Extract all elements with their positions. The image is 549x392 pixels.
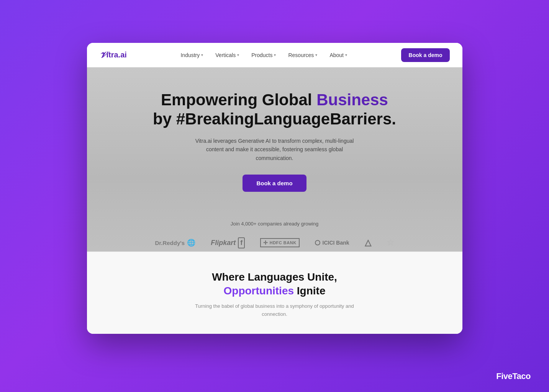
- company-logos-row: Dr.Reddy's 🌐 Flipkart f ✛ HDFC BANK ICIC…: [139, 237, 409, 248]
- nav-item-resources[interactable]: Resources ▾: [284, 49, 322, 61]
- hdfc-cross-icon: ✛: [263, 240, 268, 246]
- navbar-book-demo-button[interactable]: Book a demo: [401, 48, 450, 62]
- chevron-down-icon: ▾: [315, 53, 317, 57]
- companies-label: Join 4,000+ companies already growing: [231, 221, 318, 227]
- company-logo-star: ☆: [387, 238, 394, 248]
- hdfc-text: HDFC BANK: [270, 240, 297, 245]
- company-logo-flipkart: Flipkart f: [211, 237, 245, 248]
- hero-book-demo-button[interactable]: Book a demo: [243, 175, 306, 192]
- nav-about-label: About: [329, 52, 344, 58]
- company-logo-dreddys: Dr.Reddy's 🌐: [155, 238, 195, 247]
- logo[interactable]: 𝒱 itra.ai: [99, 50, 127, 60]
- second-title-line1: Where Languages Unite,: [212, 271, 337, 283]
- dreddys-icon: 🌐: [187, 238, 195, 247]
- chevron-down-icon: ▾: [201, 53, 203, 57]
- nav-item-products[interactable]: Products ▾: [247, 49, 280, 61]
- second-title-highlight: Opportunities: [224, 285, 294, 297]
- icici-circle-icon: [315, 240, 320, 245]
- dreddys-text: Dr.Reddy's: [155, 240, 185, 246]
- nav-item-about[interactable]: About ▾: [325, 49, 352, 61]
- hero-cta-secondary-text: [236, 196, 313, 203]
- chevron-down-icon: ▾: [345, 53, 347, 57]
- second-section-subtitle: Turning the babel of global business int…: [194, 302, 355, 318]
- nav-products-label: Products: [251, 52, 272, 58]
- arista-triangle-icon: △: [365, 238, 371, 248]
- hero-section: Empowering Global Business by #BreakingL…: [87, 67, 462, 252]
- second-section: Where Languages Unite, Opportunities Ign…: [87, 252, 462, 334]
- nav-item-verticals[interactable]: Verticals ▾: [211, 49, 244, 61]
- nav-resources-label: Resources: [288, 52, 314, 58]
- second-section-title: Where Languages Unite, Opportunities Ign…: [99, 270, 450, 298]
- logo-v-letter: 𝒱: [99, 50, 105, 60]
- nav-links: Industry ▾ Verticals ▾ Products ▾ Resour…: [176, 49, 352, 61]
- chevron-down-icon: ▾: [274, 53, 276, 57]
- hero-subtitle: Vitra.ai leverages Generative AI to tran…: [194, 137, 355, 162]
- nav-item-industry[interactable]: Industry ▾: [176, 49, 208, 61]
- hero-title: Empowering Global Business by #BreakingL…: [153, 90, 396, 129]
- company-logo-icici: ICICI Bank: [315, 240, 349, 246]
- second-title-normal: Ignite: [294, 285, 325, 297]
- star-icon: ☆: [387, 238, 394, 248]
- fivetaco-watermark: FiveTaco: [496, 371, 531, 381]
- browser-window: 𝒱 itra.ai Industry ▾ Verticals ▾ Product…: [87, 43, 462, 334]
- hero-title-highlight: Business: [316, 91, 388, 109]
- flipkart-text: Flipkart: [211, 239, 236, 247]
- navbar: 𝒱 itra.ai Industry ▾ Verticals ▾ Product…: [87, 43, 462, 67]
- logo-brand-text: itra.ai: [107, 51, 127, 59]
- flipkart-icon: f: [238, 237, 245, 248]
- chevron-down-icon: ▾: [237, 53, 239, 57]
- company-logo-hdfc: ✛ HDFC BANK: [260, 238, 299, 247]
- nav-verticals-label: Verticals: [215, 52, 236, 58]
- nav-industry-label: Industry: [180, 52, 200, 58]
- icici-text: ICICI Bank: [323, 240, 349, 246]
- hdfc-logo-box: ✛ HDFC BANK: [260, 238, 299, 247]
- hero-title-text1: Empowering Global: [161, 91, 316, 109]
- hero-title-text2: by #BreakingLanguageBarriers.: [153, 110, 396, 128]
- company-logo-arista: △: [365, 238, 371, 248]
